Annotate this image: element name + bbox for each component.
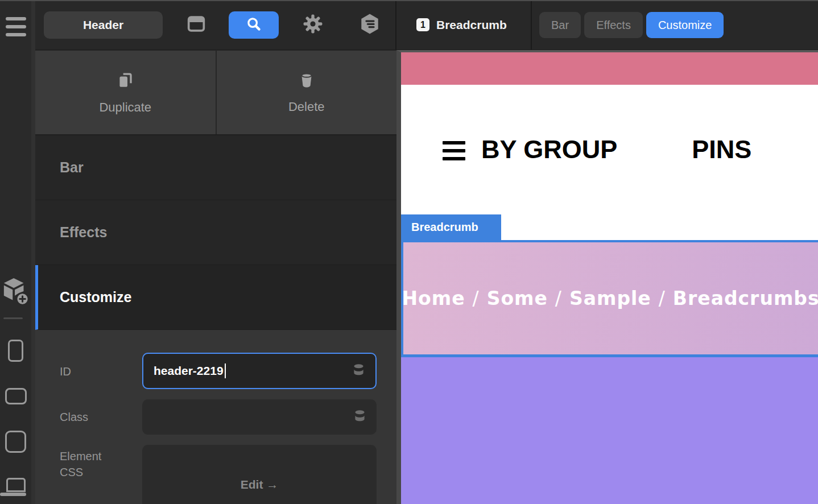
edit-css-button[interactable]: Edit → — [142, 445, 377, 504]
settings-panel: Duplicate Delete Bar Effects Customize I… — [35, 51, 396, 504]
tab-bar[interactable]: Bar — [539, 12, 581, 38]
left-toolbar — [0, 0, 31, 504]
database-icon[interactable] — [352, 408, 367, 426]
tab-customize[interactable]: Customize — [646, 12, 724, 38]
breakpoint-laptop-button[interactable] — [0, 478, 31, 496]
trash-icon — [298, 71, 315, 92]
class-input[interactable] — [142, 399, 377, 435]
duplicate-button[interactable]: Duplicate — [35, 51, 216, 134]
header-button[interactable]: Header — [44, 11, 163, 39]
database-icon[interactable] — [351, 362, 366, 380]
breadcrumb-section-selected[interactable]: Home/Some/Sample/Breadcrumbs — [401, 240, 818, 357]
id-input[interactable]: header-2219 — [142, 353, 377, 389]
gear-icon — [302, 13, 324, 37]
breakpoint-tablet-button[interactable] — [0, 431, 31, 453]
site-header-section[interactable]: BY GROUP PINS — [401, 85, 818, 214]
breadcrumb-separator: / — [659, 287, 666, 309]
duplicate-label: Duplicate — [99, 100, 151, 115]
add-bloc-button[interactable] — [0, 277, 31, 309]
duplicate-icon — [116, 71, 134, 92]
cms-icon — [359, 13, 381, 38]
project-settings-button[interactable] — [302, 13, 324, 37]
selection-label-row: Breadcrumb — [401, 214, 818, 240]
breakpoint-mobile-button[interactable] — [0, 340, 31, 362]
class-label: Class — [60, 411, 88, 424]
window-top-edge — [0, 0, 818, 1]
id-label: ID — [60, 365, 71, 378]
id-input-value: header-2219 — [154, 364, 224, 378]
app-window: Header — [0, 0, 818, 504]
menu-icon[interactable] — [6, 17, 26, 36]
site-lower-section[interactable] — [401, 357, 818, 504]
top-bar-right: 1 Breadcrumb Bar Effects Customize — [396, 0, 818, 49]
delete-button[interactable]: Delete — [217, 51, 397, 134]
element-count-badge: 1 — [416, 18, 429, 31]
section-bar[interactable]: Bar — [35, 135, 396, 200]
toolbar-divider — [3, 317, 23, 319]
selection-label[interactable]: Breadcrumb — [401, 214, 501, 240]
page-settings-button[interactable] — [187, 14, 206, 36]
customize-form: ID header-2219 Class — [35, 330, 396, 504]
breadcrumb-separator: / — [555, 287, 562, 309]
tablet-icon — [5, 431, 26, 453]
section-customize[interactable]: Customize — [35, 265, 396, 330]
breadcrumb-link-some[interactable]: Some — [487, 287, 548, 309]
panel-divider — [31, 0, 35, 504]
breadcrumb-link-sample[interactable]: Sample — [569, 287, 651, 309]
window-icon — [187, 14, 206, 36]
selected-element-name: Breadcrumb — [436, 18, 507, 32]
search-icon — [245, 15, 262, 35]
section-effects[interactable]: Effects — [35, 200, 396, 265]
site-preview-canvas: BY GROUP PINS Breadcrumb Home/Some/Sampl… — [396, 50, 818, 504]
site-topbar-section[interactable] — [401, 52, 818, 85]
breadcrumb-current: Breadcrumbs — [673, 287, 818, 309]
delete-label: Delete — [288, 100, 325, 114]
tab-effects[interactable]: Effects — [584, 12, 643, 38]
cms-button[interactable] — [359, 13, 381, 38]
breadcrumb-link-home[interactable]: Home — [402, 287, 465, 309]
laptop-icon — [0, 478, 31, 496]
top-bar-separator — [531, 0, 532, 49]
top-bar-left: Header — [35, 0, 396, 49]
search-button[interactable] — [229, 11, 279, 39]
panel-sections: Bar Effects Customize — [35, 135, 396, 330]
element-actions: Duplicate Delete — [35, 51, 396, 135]
site-nav-link-pins[interactable]: PINS — [692, 135, 751, 164]
phone-landscape-icon — [5, 388, 27, 404]
breadcrumb-separator: / — [473, 287, 480, 309]
phone-icon — [8, 340, 23, 362]
header-button-label: Header — [83, 18, 123, 32]
breakpoint-mobile-landscape-button[interactable] — [0, 388, 31, 404]
text-caret — [225, 363, 226, 378]
element-css-label: Element CSS — [60, 448, 117, 480]
site-brand[interactable]: BY GROUP — [481, 135, 617, 164]
site-menu-icon[interactable] — [443, 141, 465, 160]
breadcrumb-trail: Home/Some/Sample/Breadcrumbs — [402, 287, 818, 309]
edit-css-label: Edit → — [241, 478, 279, 504]
add-bloc-icon — [2, 277, 30, 309]
top-bar: Header — [35, 0, 818, 50]
inspector-tabs: Bar Effects Customize — [539, 12, 724, 38]
